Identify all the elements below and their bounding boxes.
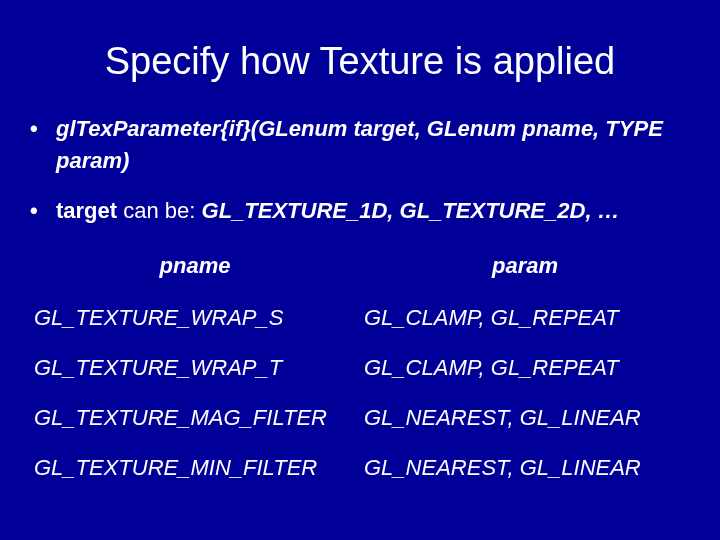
- fn-suffix: }(GLenum target, GLenum pname, TYPE: [242, 116, 663, 141]
- table-row: GL_TEXTURE_MIN_FILTER GL_NEAREST, GL_LIN…: [30, 443, 690, 493]
- table-row: GL_TEXTURE_WRAP_T GL_CLAMP, GL_REPEAT: [30, 343, 690, 393]
- page-title: Specify how Texture is applied: [30, 40, 690, 83]
- cell-param: GL_NEAREST, GL_LINEAR: [360, 443, 690, 493]
- bullet-item-2: • target can be: GL_TEXTURE_1D, GL_TEXTU…: [30, 195, 690, 227]
- target-mid: can be:: [117, 198, 201, 223]
- target-values: GL_TEXTURE_1D, GL_TEXTURE_2D, …: [202, 198, 620, 223]
- cell-param: GL_CLAMP, GL_REPEAT: [360, 343, 690, 393]
- bullet-dot: •: [30, 113, 56, 177]
- params-table: pname param GL_TEXTURE_WRAP_S GL_CLAMP, …: [30, 245, 690, 493]
- header-pname: pname: [30, 245, 360, 293]
- bullet-list: • glTexParameter{if}(GLenum target, GLen…: [30, 113, 690, 227]
- bullet-item-1: • glTexParameter{if}(GLenum target, GLen…: [30, 113, 690, 177]
- slide: Specify how Texture is applied • glTexPa…: [0, 0, 720, 540]
- fn-types: if: [229, 116, 242, 141]
- cell-pname: GL_TEXTURE_WRAP_S: [30, 293, 360, 343]
- table-row: GL_TEXTURE_WRAP_S GL_CLAMP, GL_REPEAT: [30, 293, 690, 343]
- bullet-dot: •: [30, 195, 56, 227]
- cell-pname: GL_TEXTURE_MIN_FILTER: [30, 443, 360, 493]
- bullet-1-content: glTexParameter{if}(GLenum target, GLenum…: [56, 113, 690, 177]
- fn-prefix: glTexParameter{: [56, 116, 229, 141]
- cell-param: GL_NEAREST, GL_LINEAR: [360, 393, 690, 443]
- header-param: param: [360, 245, 690, 293]
- cell-pname: GL_TEXTURE_WRAP_T: [30, 343, 360, 393]
- cell-param: GL_CLAMP, GL_REPEAT: [360, 293, 690, 343]
- table-header-row: pname param: [30, 245, 690, 293]
- table-row: GL_TEXTURE_MAG_FILTER GL_NEAREST, GL_LIN…: [30, 393, 690, 443]
- cell-pname: GL_TEXTURE_MAG_FILTER: [30, 393, 360, 443]
- target-label: target: [56, 198, 117, 223]
- bullet-2-content: target can be: GL_TEXTURE_1D, GL_TEXTURE…: [56, 195, 690, 227]
- fn-line2: param): [56, 148, 129, 173]
